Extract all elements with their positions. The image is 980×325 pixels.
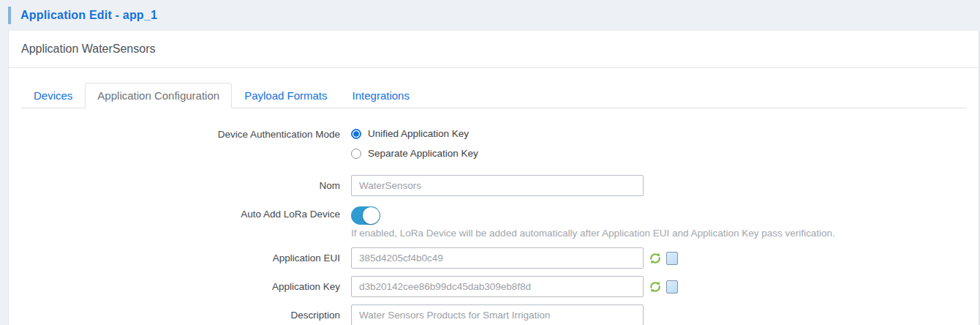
auto-add-help-text: If enabled, LoRa Device will be added au… <box>351 228 835 239</box>
description-row: Description <box>9 305 979 325</box>
radio-separate-application-key[interactable]: Separate Application Key <box>351 148 478 159</box>
device-auth-mode-label: Device Authentication Mode <box>9 128 351 168</box>
application-eui-input[interactable] <box>351 247 644 269</box>
name-label: Nom <box>9 175 351 196</box>
tab-application-configuration[interactable]: Application Configuration <box>85 83 232 108</box>
card-header: Application WaterSensors <box>9 31 979 68</box>
copy-icon[interactable] <box>666 252 678 265</box>
description-input[interactable] <box>351 305 644 325</box>
card-title: Application WaterSensors <box>21 42 156 56</box>
name-row: Nom <box>9 175 979 196</box>
application-key-row: Application Key <box>9 276 979 297</box>
auto-add-toggle[interactable] <box>351 206 380 225</box>
title-accent-bar <box>8 7 11 24</box>
application-key-label: Application Key <box>9 276 351 297</box>
radio-label: Separate Application Key <box>368 148 478 159</box>
refresh-icon[interactable] <box>649 281 661 293</box>
page-header: Application Edit - app_1 <box>0 0 980 31</box>
description-label: Description <box>9 305 351 325</box>
tab-bar: Devices Application Configuration Payloa… <box>21 82 967 108</box>
application-config-form: Device Authentication Mode Unified Appli… <box>9 128 979 325</box>
application-eui-row: Application EUI <box>9 247 979 269</box>
radio-button-icon[interactable] <box>351 129 361 139</box>
application-eui-label: Application EUI <box>9 247 351 269</box>
device-auth-mode-radio-group: Unified Application Key Separate Applica… <box>351 128 478 159</box>
auto-add-label: Auto Add LoRa Device <box>9 203 351 240</box>
tab-payload-formats[interactable]: Payload Formats <box>232 83 339 108</box>
radio-label: Unified Application Key <box>368 128 469 139</box>
radio-button-icon[interactable] <box>351 149 361 159</box>
application-card: Application WaterSensors Devices Applica… <box>8 31 979 325</box>
tab-devices[interactable]: Devices <box>21 83 85 108</box>
name-input[interactable] <box>351 175 644 196</box>
radio-unified-application-key[interactable]: Unified Application Key <box>351 128 478 139</box>
tab-integrations[interactable]: Integrations <box>340 83 422 108</box>
device-auth-mode-row: Device Authentication Mode Unified Appli… <box>9 128 979 168</box>
toggle-knob <box>363 207 380 224</box>
auto-add-row: Auto Add LoRa Device If enabled, LoRa De… <box>9 203 979 240</box>
refresh-icon[interactable] <box>649 253 661 264</box>
copy-icon[interactable] <box>666 280 678 294</box>
page-title: Application Edit - app_1 <box>20 9 157 22</box>
application-key-input[interactable] <box>351 276 644 297</box>
